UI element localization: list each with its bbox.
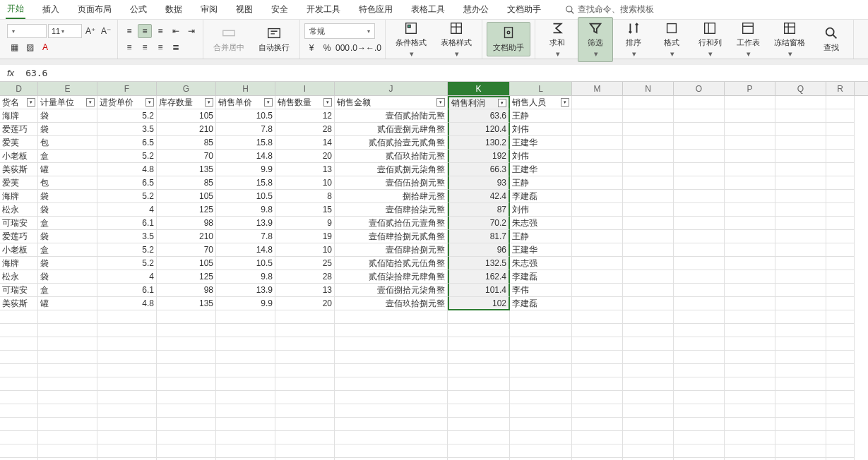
cell[interactable]: 李建磊 — [510, 270, 572, 284]
cell-empty[interactable] — [623, 444, 674, 458]
filter-button-I[interactable]: ▾ — [323, 98, 332, 107]
cell-empty[interactable] — [674, 351, 725, 364]
cell-empty[interactable] — [0, 391, 38, 404]
indent-decrease-icon[interactable]: ⇤ — [169, 24, 183, 38]
sum-button[interactable]: 求和▾ — [540, 18, 575, 61]
column-header-P[interactable]: P — [725, 82, 775, 95]
cell-empty[interactable] — [216, 324, 275, 337]
cell[interactable]: 松永 — [0, 270, 38, 284]
cell[interactable]: 5.2 — [97, 109, 157, 123]
cell[interactable] — [775, 163, 826, 176]
cell-empty[interactable] — [623, 310, 674, 324]
cell[interactable]: 袋 — [38, 109, 97, 123]
cell-empty[interactable] — [157, 391, 216, 404]
cell[interactable]: 8 — [275, 190, 335, 203]
cell-empty[interactable] — [97, 404, 157, 418]
cell[interactable]: 13.9 — [216, 284, 275, 297]
column-header-G[interactable]: G — [157, 82, 216, 95]
cell[interactable]: 小老板 — [0, 150, 38, 163]
cell[interactable]: 袋 — [38, 257, 97, 270]
cell-empty[interactable] — [510, 431, 572, 444]
cell[interactable] — [725, 257, 775, 270]
cell-empty[interactable] — [448, 324, 510, 337]
cell[interactable]: 105 — [157, 257, 216, 270]
cell-empty[interactable] — [572, 324, 623, 337]
cell-empty[interactable] — [275, 391, 335, 404]
cell[interactable]: 162.4 — [448, 270, 510, 284]
cell[interactable] — [775, 284, 826, 297]
cell-empty[interactable] — [335, 404, 448, 418]
cell[interactable]: 20 — [275, 150, 335, 163]
cell[interactable] — [725, 217, 775, 230]
cell-empty[interactable] — [674, 404, 725, 418]
number-format-box[interactable]: 常规▾ — [304, 23, 375, 39]
cell-empty[interactable] — [826, 444, 855, 458]
rowcol-button[interactable]: 行和列▾ — [692, 18, 727, 61]
cell-empty[interactable] — [335, 431, 448, 444]
tab-data[interactable]: 数据 — [164, 1, 184, 18]
cell-empty[interactable] — [725, 391, 775, 404]
cell-empty[interactable] — [826, 351, 855, 364]
cell-empty[interactable] — [725, 351, 775, 364]
cell[interactable]: 20 — [275, 297, 335, 310]
column-header-L[interactable]: L — [510, 82, 572, 95]
cell[interactable]: 85 — [157, 136, 216, 150]
cell-empty[interactable] — [157, 324, 216, 337]
cell[interactable]: 松永 — [0, 203, 38, 217]
cell[interactable]: 135 — [157, 163, 216, 176]
align-left-icon[interactable]: ≡ — [122, 40, 136, 54]
cell-empty[interactable] — [775, 377, 826, 391]
cell-empty[interactable] — [157, 404, 216, 418]
cell[interactable] — [572, 284, 623, 297]
cell-empty[interactable] — [448, 377, 510, 391]
tab-review[interactable]: 审阅 — [199, 1, 219, 18]
cell-empty[interactable] — [674, 337, 725, 351]
font-size-box[interactable]: 11▾ — [48, 24, 82, 38]
cell[interactable]: 刘伟 — [510, 123, 572, 136]
cell[interactable]: 6.1 — [97, 284, 157, 297]
percent-icon[interactable]: % — [320, 41, 334, 55]
cell-empty[interactable] — [0, 418, 38, 431]
cell-empty[interactable] — [775, 324, 826, 337]
cell[interactable] — [623, 270, 674, 284]
spreadsheet-grid[interactable]: 货名▾计量单位▾进货单价▾库存数量▾销售单价▾销售数量▾销售金额▾销售利润▾销售… — [0, 96, 868, 460]
cell[interactable]: 王建华 — [510, 163, 572, 176]
cell[interactable] — [775, 190, 826, 203]
cell[interactable]: 101.4 — [448, 284, 510, 297]
cell-empty[interactable] — [157, 418, 216, 431]
sort-button[interactable]: 排序▾ — [616, 18, 651, 61]
cell[interactable]: 爱芙 — [0, 176, 38, 190]
column-header-K[interactable]: K — [448, 82, 510, 95]
cell[interactable]: 4.8 — [97, 297, 157, 310]
cell[interactable]: 87 — [448, 203, 510, 217]
border-icon[interactable]: ▦ — [7, 40, 21, 54]
header-cell-L[interactable]: 销售人员▾ — [510, 96, 572, 109]
cell[interactable] — [775, 150, 826, 163]
cell-empty[interactable] — [448, 444, 510, 458]
cell-empty[interactable] — [0, 377, 38, 391]
header-cell-P[interactable] — [725, 96, 775, 109]
cell-empty[interactable] — [216, 391, 275, 404]
cell[interactable]: 135 — [157, 297, 216, 310]
cell[interactable] — [623, 176, 674, 190]
cell-empty[interactable] — [510, 310, 572, 324]
cell[interactable] — [775, 243, 826, 257]
cell-empty[interactable] — [623, 431, 674, 444]
cell[interactable]: 盒 — [38, 150, 97, 163]
cell-empty[interactable] — [97, 310, 157, 324]
cell[interactable] — [674, 230, 725, 243]
tab-special[interactable]: 特色应用 — [357, 1, 394, 18]
cell[interactable]: 70 — [157, 150, 216, 163]
filter-button-L[interactable]: ▾ — [561, 98, 569, 107]
cell[interactable] — [674, 150, 725, 163]
cell-empty[interactable] — [510, 337, 572, 351]
align-top-icon[interactable]: ≡ — [122, 24, 136, 38]
cell[interactable]: 李伟 — [510, 284, 572, 297]
cell-empty[interactable] — [572, 310, 623, 324]
filter-button-K[interactable]: ▾ — [498, 99, 506, 107]
tab-view[interactable]: 视图 — [234, 1, 254, 18]
cell-empty[interactable] — [674, 324, 725, 337]
cell[interactable] — [623, 297, 674, 310]
filter-button-J[interactable]: ▾ — [436, 98, 445, 107]
cell[interactable] — [623, 123, 674, 136]
